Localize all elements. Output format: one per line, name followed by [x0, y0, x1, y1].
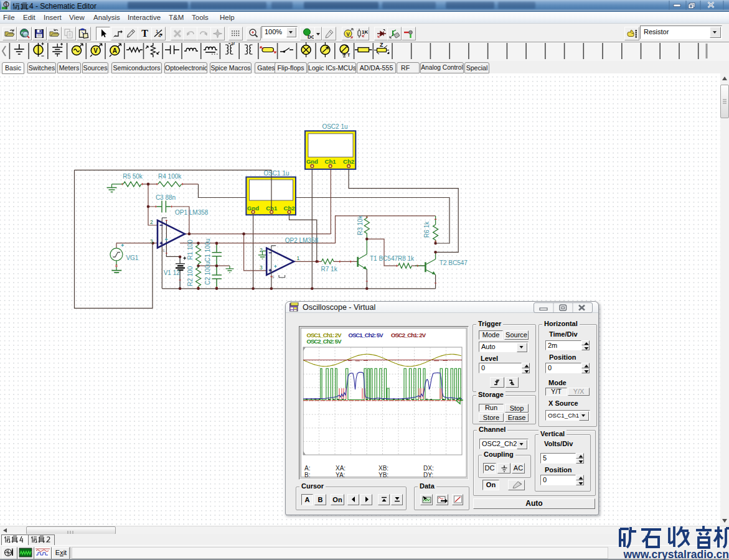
svg-text:C3 88n: C3 88n [156, 194, 176, 201]
svg-text:3: 3 [150, 238, 153, 245]
svg-text:M: M [232, 42, 235, 45]
svg-text:R1 100: R1 100 [187, 240, 194, 260]
svg-text:A: A [113, 47, 117, 54]
svg-text:OSC1_Ch1: 2V: OSC1_Ch1: 2V [307, 332, 342, 338]
svg-text:OSC1_Ch2: 5V: OSC1_Ch2: 5V [349, 332, 384, 338]
svg-text:T1 BC547: T1 BC547 [370, 255, 398, 262]
svg-text:s: s [162, 248, 165, 253]
svg-text:s: s [272, 274, 275, 279]
svg-text:C1 100u: C1 100u [204, 238, 211, 262]
svg-text:XA:: XA: [336, 465, 346, 472]
svg-text:1: 1 [297, 255, 300, 261]
svg-text:B:: B: [304, 472, 310, 478]
svg-text:YA:: YA: [336, 472, 345, 478]
svg-text:Ch2: Ch2 [343, 158, 354, 165]
svg-text:OSC2_Ch2: 5V: OSC2_Ch2: 5V [307, 338, 342, 345]
svg-text:R8 1k: R8 1k [398, 255, 415, 262]
svg-text:VG1: VG1 [126, 254, 138, 261]
svg-text:R7 1k: R7 1k [321, 266, 338, 273]
svg-text:DC: DC [308, 34, 314, 40]
svg-text:R5 50k: R5 50k [123, 173, 143, 180]
svg-text:C2 100u: C2 100u [204, 261, 211, 285]
svg-text:V1 12: V1 12 [164, 269, 181, 276]
svg-text:OSC1 1u: OSC1 1u [263, 170, 289, 177]
svg-text:T2 BC547: T2 BC547 [440, 259, 468, 266]
svg-text:DY:: DY: [423, 472, 433, 478]
svg-text:V: V [93, 47, 98, 54]
svg-text:2: 2 [260, 247, 263, 253]
svg-text:T: T [347, 53, 350, 57]
svg-text:DX:: DX: [423, 465, 434, 472]
svg-text:OSC2_Ch1: 2V: OSC2_Ch1: 2V [391, 332, 426, 338]
svg-text:YB:: YB: [379, 472, 388, 478]
svg-text:XB:: XB: [379, 465, 388, 472]
svg-text:T: T [141, 28, 148, 39]
svg-text:Z: Z [380, 42, 383, 48]
svg-text:3: 3 [260, 264, 263, 271]
svg-text:OP2 LM358: OP2 LM358 [285, 237, 319, 244]
svg-text:A:: A: [304, 465, 310, 472]
svg-text:2: 2 [150, 219, 153, 225]
svg-text:R6 1k: R6 1k [423, 221, 430, 238]
svg-text:R2 100: R2 100 [187, 266, 194, 286]
svg-text:Ch1: Ch1 [325, 158, 337, 165]
svg-text:R3 10k: R3 10k [357, 215, 364, 235]
svg-text:OP1 LM358: OP1 LM358 [175, 209, 209, 216]
svg-text:www.crystalradio.cn: www.crystalradio.cn [623, 548, 729, 560]
svg-text:R4 100k: R4 100k [158, 173, 182, 180]
svg-text:1K: 1K [362, 29, 368, 35]
svg-text:V: V [346, 31, 350, 37]
svg-text:Gnd: Gnd [306, 158, 318, 165]
svg-text:OSC2 1u: OSC2 1u [322, 123, 347, 130]
